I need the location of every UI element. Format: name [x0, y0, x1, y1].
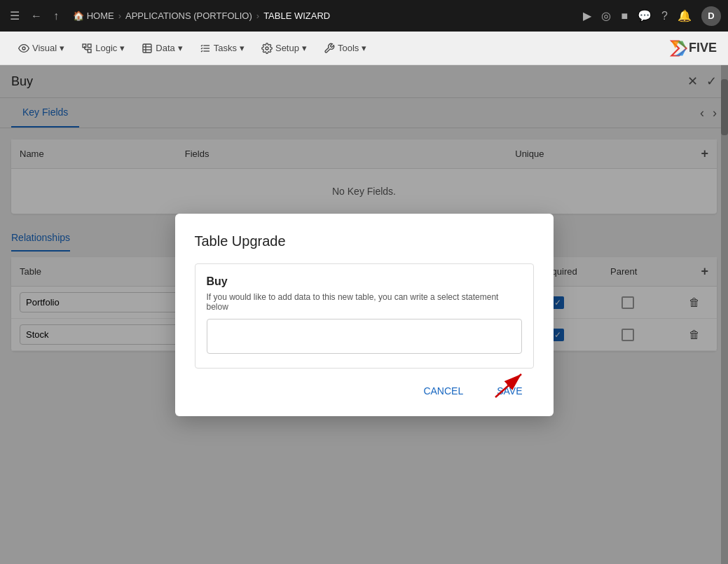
svg-point-11	[266, 47, 268, 50]
breadcrumb-sep-1: ›	[118, 11, 121, 21]
data-menu[interactable]: Data ▾	[135, 39, 189, 58]
setup-chevron: ▾	[302, 43, 307, 53]
help-icon[interactable]: ?	[661, 10, 668, 22]
modal-footer: CANCEL SAVE	[195, 380, 534, 402]
data-chevron: ▾	[178, 43, 183, 53]
breadcrumb-applications[interactable]: APPLICATIONS (PORTFOLIO)	[125, 11, 252, 21]
stop-icon[interactable]: ■	[621, 10, 628, 22]
main-area: Buy ✕ ✓ Key Fields ‹ › Name Fields Uniqu…	[0, 65, 728, 564]
chat-icon[interactable]: 💬	[638, 9, 652, 22]
five-logo-text: FIVE	[689, 41, 717, 55]
play-icon[interactable]: ▶	[583, 9, 591, 22]
visual-label: Visual	[32, 43, 57, 53]
modal-overlay: Table Upgrade Buy If you would like to a…	[0, 65, 728, 564]
modal-dialog: Table Upgrade Buy If you would like to a…	[175, 214, 554, 416]
setup-label: Setup	[275, 43, 299, 53]
svg-rect-2	[88, 44, 92, 48]
five-logo-icon	[669, 39, 689, 58]
secondary-toolbar: Visual ▾ Logic ▾ Data ▾ Tasks ▾ Setup ▾ …	[0, 32, 728, 65]
up-icon[interactable]: ↑	[50, 7, 62, 25]
logic-menu[interactable]: Logic ▾	[74, 39, 132, 58]
visual-chevron: ▾	[60, 43, 64, 53]
save-button[interactable]: SAVE	[486, 380, 533, 402]
logic-label: Logic	[95, 43, 117, 53]
tools-label: Tools	[338, 43, 359, 53]
hamburger-icon[interactable]: ☰	[7, 6, 22, 25]
breadcrumb-table-wizard[interactable]: TABLE WIZARD	[263, 11, 330, 21]
breadcrumb-sep-2: ›	[256, 11, 259, 21]
bell-icon[interactable]: 🔔	[678, 9, 692, 22]
sql-statement-input[interactable]	[207, 319, 522, 354]
eye-icon	[18, 43, 29, 54]
tasks-icon	[200, 43, 211, 54]
modal-section: Buy If you would like to add data to thi…	[195, 263, 534, 369]
nav-right-icons: ▶ ◎ ■ 💬 ? 🔔 D	[583, 6, 721, 26]
data-icon	[142, 43, 153, 54]
tasks-chevron: ▾	[240, 43, 245, 53]
tools-icon	[324, 43, 335, 54]
tools-chevron: ▾	[362, 43, 366, 53]
preview-icon[interactable]: ◎	[601, 9, 611, 22]
avatar[interactable]: D	[701, 6, 721, 26]
visual-menu[interactable]: Visual ▾	[11, 39, 71, 58]
modal-title: Table Upgrade	[195, 233, 534, 249]
tools-menu[interactable]: Tools ▾	[317, 39, 373, 58]
top-navigation: ☰ ← ↑ 🏠 HOME › APPLICATIONS (PORTFOLIO) …	[0, 0, 728, 32]
setup-menu[interactable]: Setup ▾	[254, 39, 314, 58]
svg-rect-4	[143, 44, 151, 53]
svg-rect-3	[88, 49, 92, 53]
modal-section-title: Buy	[207, 275, 522, 288]
logic-chevron: ▾	[120, 43, 125, 53]
cancel-button[interactable]: CANCEL	[412, 380, 474, 402]
back-icon[interactable]: ←	[28, 7, 45, 25]
tasks-label: Tasks	[214, 43, 237, 53]
five-logo: FIVE	[669, 39, 717, 58]
modal-section-desc: If you would like to add data to this ne…	[207, 292, 522, 312]
data-label: Data	[156, 43, 174, 53]
breadcrumb-home[interactable]: 🏠 HOME	[73, 11, 114, 21]
setup-icon	[261, 43, 273, 54]
toolbar-left: Visual ▾ Logic ▾ Data ▾ Tasks ▾ Setup ▾ …	[11, 39, 373, 58]
svg-point-0	[22, 47, 25, 50]
logic-icon	[81, 43, 92, 54]
breadcrumb: 🏠 HOME › APPLICATIONS (PORTFOLIO) › TABL…	[73, 11, 577, 21]
tasks-menu[interactable]: Tasks ▾	[193, 39, 252, 58]
